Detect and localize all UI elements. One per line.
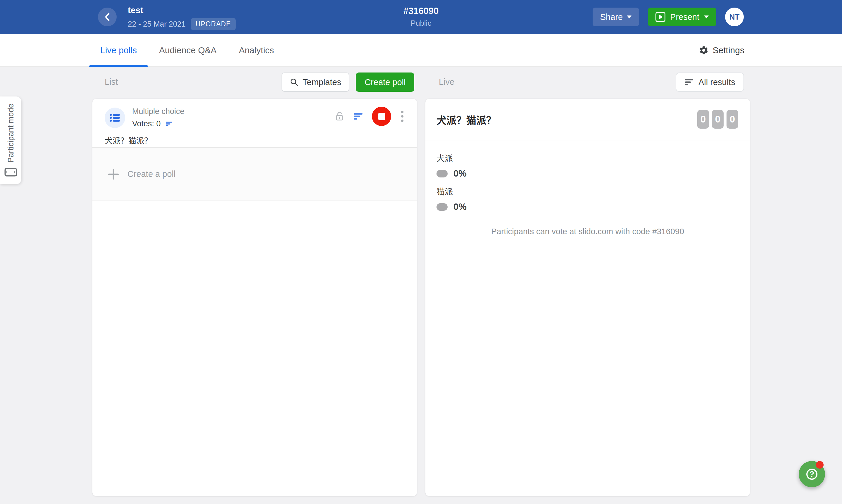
create-a-poll-label: Create a poll (127, 169, 175, 179)
result-percent: 0% (453, 168, 467, 179)
phone-icon (4, 168, 17, 177)
section-tabs-bar: Live polls Audience Q&A Analytics Settin… (0, 34, 842, 67)
live-pane-label: Live (439, 77, 454, 87)
gear-icon (699, 45, 709, 55)
stop-poll-button[interactable] (372, 107, 391, 126)
event-title-block: test 22 - 25 Mar 2021 UPGRADE (128, 5, 236, 30)
tab-live-polls[interactable]: Live polls (89, 34, 148, 67)
event-visibility: Public (404, 19, 439, 28)
event-title: test (128, 5, 236, 15)
counter-digit: 0 (712, 110, 723, 129)
poll-type-label: Multiple choice (132, 107, 184, 116)
counter-digit: 0 (727, 110, 738, 129)
search-icon (290, 78, 299, 87)
create-poll-button-label: Create poll (364, 77, 406, 87)
tab-live-polls-label: Live polls (100, 45, 137, 55)
create-poll-button[interactable]: Create poll (356, 72, 414, 92)
settings-button[interactable]: Settings (699, 34, 745, 67)
list-pane-label: List (105, 77, 118, 87)
templates-button-label: Templates (303, 77, 341, 87)
poll-list-item[interactable]: Multiple choice Votes: 0 犬派？猫派？ (92, 99, 417, 148)
bar-chart-icon (165, 121, 173, 127)
stop-icon (378, 113, 385, 120)
poll-option-row: 猫派 0% (436, 185, 467, 212)
bar-chart-icon[interactable] (353, 112, 364, 121)
vote-instructions: Participants can vote at slido.com with … (425, 227, 750, 236)
chevron-down-icon (704, 16, 709, 18)
event-date-range: 22 - 25 Mar 2021 (128, 20, 186, 29)
tab-analytics-label: Analytics (239, 45, 274, 55)
share-button[interactable]: Share (593, 7, 639, 26)
vote-counter: 0 0 0 (697, 110, 738, 129)
chevron-left-icon (104, 12, 111, 22)
plus-icon (107, 168, 120, 181)
lock-open-icon[interactable] (334, 111, 345, 122)
poll-option-label: 猫派 (436, 185, 467, 197)
poll-question-text: 犬派？猫派？ (105, 134, 152, 146)
templates-button[interactable]: Templates (282, 72, 350, 92)
question-mark-icon: ? (806, 469, 818, 480)
kebab-menu-icon[interactable] (399, 109, 405, 124)
notification-dot (816, 461, 824, 469)
poll-type-tile (105, 108, 125, 128)
bar-chart-icon (684, 78, 694, 86)
event-header: test 22 - 25 Mar 2021 UPGRADE #316090 Pu… (0, 0, 842, 34)
tab-analytics[interactable]: Analytics (228, 34, 285, 67)
result-percent: 0% (453, 202, 467, 212)
counter-digit: 0 (697, 110, 709, 129)
poll-list-panel: Multiple choice Votes: 0 犬派？猫派？ (92, 99, 417, 496)
poll-option-label: 犬派 (436, 152, 467, 164)
poll-votes-count: Votes: 0 (132, 119, 161, 128)
poll-option-row: 犬派 0% (436, 152, 467, 179)
active-tab-underline (89, 65, 148, 67)
all-results-button[interactable]: All results (676, 72, 744, 92)
live-results-panel: 犬派？猫派？ 0 0 0 犬派 0% 猫派 0% Participants ca… (425, 99, 750, 496)
participant-mode-label: Participant mode (6, 104, 15, 163)
create-a-poll-row[interactable]: Create a poll (92, 148, 417, 201)
slido-admin-page: test 22 - 25 Mar 2021 UPGRADE #316090 Pu… (0, 0, 842, 504)
upgrade-badge[interactable]: UPGRADE (191, 18, 236, 30)
event-code: #316090 (404, 6, 439, 16)
help-button[interactable]: ? (799, 461, 825, 487)
present-button[interactable]: Present (648, 7, 716, 26)
result-bar (436, 170, 448, 177)
multiple-choice-list-icon (110, 113, 120, 123)
result-bar (436, 203, 448, 211)
participant-mode-tab[interactable]: Participant mode (0, 96, 21, 184)
present-button-label: Present (670, 12, 699, 22)
tab-audience-qa-label: Audience Q&A (159, 45, 217, 55)
tab-audience-qa[interactable]: Audience Q&A (148, 34, 228, 67)
presentation-play-icon (656, 12, 665, 22)
user-avatar[interactable]: NT (725, 7, 744, 26)
all-results-button-label: All results (698, 77, 735, 87)
event-code-block: #316090 Public (404, 6, 439, 28)
chevron-down-icon (627, 16, 631, 18)
back-button[interactable] (98, 7, 117, 26)
share-button-label: Share (600, 12, 623, 22)
live-question-title: 犬派？猫派？ (436, 112, 496, 127)
settings-label: Settings (713, 45, 745, 55)
